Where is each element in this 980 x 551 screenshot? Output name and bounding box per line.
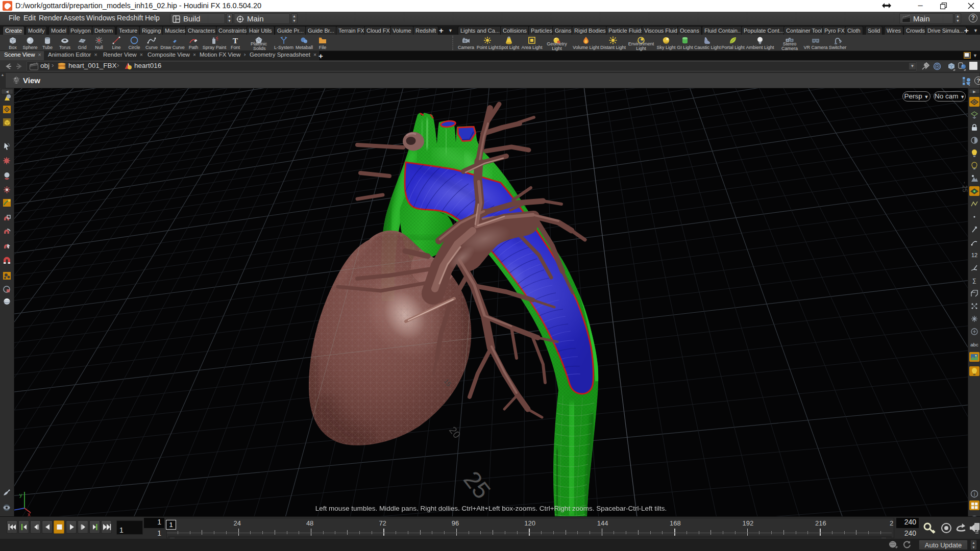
svg-text:y: y <box>19 492 22 498</box>
svg-text:abc: abc <box>970 342 978 347</box>
svg-text:12: 12 <box>971 252 977 258</box>
svg-text:∑: ∑ <box>972 278 976 284</box>
svg-text:i: i <box>974 491 975 497</box>
svg-text:T: T <box>233 37 238 45</box>
svg-text:- 25: - 25 <box>961 182 968 192</box>
